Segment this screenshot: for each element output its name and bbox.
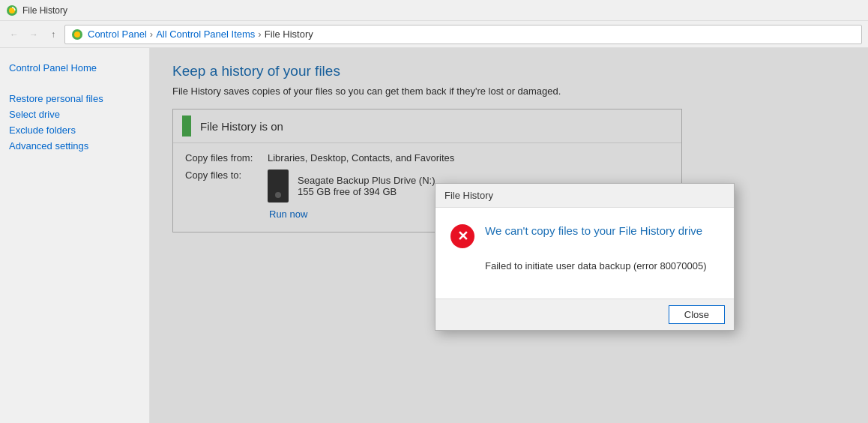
dialog-error-row: ✕ We can't copy files to your File Histo… [450, 223, 719, 248]
dialog-close-button[interactable]: Close [669, 305, 725, 324]
path-segment-1[interactable]: Control Panel [88, 28, 147, 40]
control-panel-path-icon [71, 28, 83, 40]
path-segment-3: File History [265, 28, 313, 40]
up-button[interactable]: ↑ [45, 26, 61, 43]
sidebar-item-select-drive[interactable]: Select drive [9, 106, 149, 122]
error-icon: ✕ [450, 224, 474, 248]
dialog-content: ✕ We can't copy files to your File Histo… [435, 208, 734, 298]
dialog-error-heading: We can't copy files to your File History… [485, 223, 702, 238]
sidebar-item-advanced-settings[interactable]: Advanced settings [9, 138, 149, 154]
dialog-titlebar: File History [435, 184, 734, 208]
address-bar: ← → ↑ Control Panel › All Control Panel … [0, 21, 868, 48]
sidebar-home-link[interactable]: Control Panel Home [9, 60, 149, 76]
svg-point-3 [74, 32, 80, 38]
title-bar-text: File History [22, 5, 67, 16]
sidebar-item-exclude-folders[interactable]: Exclude folders [9, 122, 149, 138]
error-dialog: File History ✕ We can't copy files to yo… [435, 183, 735, 331]
path-segment-2[interactable]: All Control Panel Items [156, 28, 255, 40]
path-sep-1: › [150, 28, 153, 40]
app-icon [6, 4, 18, 16]
path-sep-2: › [258, 28, 261, 40]
title-bar: File History [0, 0, 868, 21]
dialog-footer: Close [435, 298, 734, 330]
forward-button[interactable]: → [25, 26, 42, 43]
sidebar-item-restore[interactable]: Restore personal files [9, 91, 149, 106]
back-button[interactable]: ← [6, 26, 22, 43]
main-container: Control Panel Home Restore personal file… [0, 48, 868, 423]
content-area: Keep a history of your files File Histor… [150, 48, 868, 423]
dialog-error-detail: Failed to initiate user data backup (err… [485, 260, 719, 272]
error-x-symbol: ✕ [457, 230, 468, 243]
sidebar: Control Panel Home Restore personal file… [0, 48, 150, 423]
address-path: Control Panel › All Control Panel Items … [64, 25, 862, 44]
